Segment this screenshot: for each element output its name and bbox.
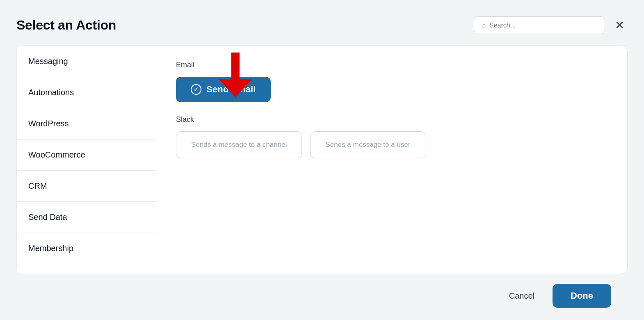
sidebar: Messaging Automations WordPress WooComme… xyxy=(17,46,156,274)
sidebar-wrapper: Messaging Automations WordPress WooComme… xyxy=(17,46,156,274)
dialog-body: Messaging Automations WordPress WooComme… xyxy=(16,46,628,274)
slack-options: Sends a message to a channel Sends a mes… xyxy=(176,131,607,158)
close-button[interactable]: ✕ xyxy=(612,18,628,33)
cancel-button[interactable]: Cancel xyxy=(501,286,543,306)
dialog-footer: Cancel Done xyxy=(16,276,628,308)
sidebar-item-woocommerce[interactable]: WooCommerce xyxy=(17,139,156,171)
sidebar-item-messaging[interactable]: Messaging xyxy=(17,46,156,77)
red-arrow-svg xyxy=(219,53,252,98)
sidebar-item-automations[interactable]: Automations xyxy=(17,77,156,108)
search-box[interactable]: ⌕ xyxy=(474,16,605,34)
main-content: Email ✓ Send Email Slack Sends a message… xyxy=(156,46,627,274)
sidebar-item-membership[interactable]: Membership xyxy=(17,233,156,264)
dialog-title: Select an Action xyxy=(16,18,116,33)
search-input[interactable] xyxy=(489,22,597,29)
sidebar-item-wordpress[interactable]: WordPress xyxy=(17,108,156,139)
slack-section: Slack Sends a message to a channel Sends… xyxy=(176,115,607,158)
red-arrow-indicator xyxy=(219,53,252,99)
dialog-header: Select an Action ⌕ ✕ xyxy=(16,16,628,34)
sidebar-item-send-data[interactable]: Send Data xyxy=(17,202,156,233)
done-button[interactable]: Done xyxy=(553,284,611,308)
slack-user-button[interactable]: Sends a message to a user xyxy=(310,131,425,158)
header-right: ⌕ ✕ xyxy=(474,16,628,34)
svg-marker-0 xyxy=(231,53,240,79)
slack-channel-button[interactable]: Sends a message to a channel xyxy=(176,131,302,158)
svg-marker-1 xyxy=(219,79,252,98)
slack-section-label: Slack xyxy=(176,115,607,124)
check-circle-icon: ✓ xyxy=(191,84,201,95)
search-icon: ⌕ xyxy=(482,21,486,30)
sidebar-item-crm[interactable]: CRM xyxy=(17,171,156,202)
dialog-backdrop: Select an Action ⌕ ✕ Messaging Automatio… xyxy=(0,0,644,320)
